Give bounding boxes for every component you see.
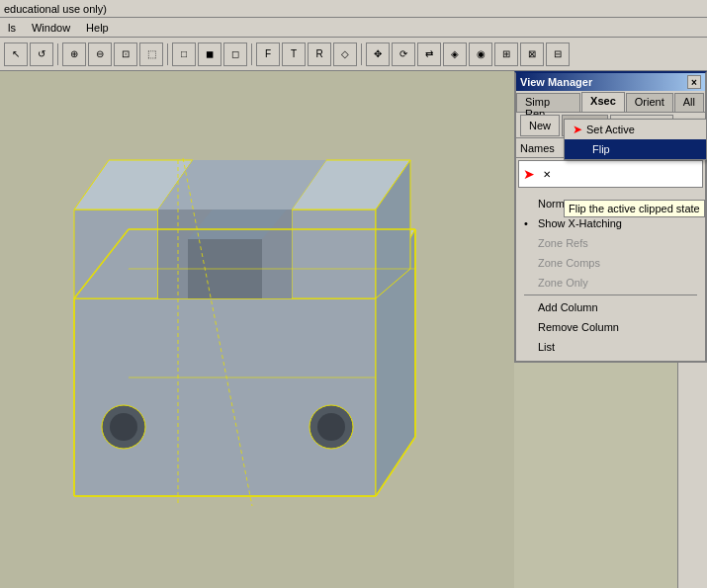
xhatching-bullet: • (524, 217, 534, 229)
tool-pan[interactable]: ✥ (366, 42, 390, 66)
tool-front-view[interactable]: F (256, 42, 280, 66)
list-cross-icon: ✕ (543, 169, 551, 180)
tool-extra3[interactable]: ⊞ (494, 42, 518, 66)
display-zone-only[interactable]: Zone Only (520, 273, 701, 293)
menu-window[interactable]: Window (28, 21, 74, 35)
vm-titlebar: View Manager × (516, 73, 705, 91)
display-zone-refs[interactable]: Zone Refs (520, 233, 701, 253)
tool-spin[interactable]: ⟳ (392, 42, 415, 66)
tool-extra2[interactable]: ◉ (469, 42, 492, 66)
svg-marker-4 (74, 210, 158, 298)
vm-title: View Manager (520, 76, 592, 88)
svg-marker-1 (74, 298, 376, 496)
svg-point-15 (110, 413, 137, 441)
menu-bar: ls Window Help (0, 18, 707, 38)
tool-shaded-edge[interactable]: ◻ (223, 42, 247, 66)
tab-simp-rep[interactable]: Simp Rep (516, 93, 580, 112)
set-active-icon: ➤ (573, 123, 582, 136)
toolbar-separator-1 (57, 43, 58, 65)
svg-marker-7 (292, 210, 376, 298)
tool-select[interactable]: ↖ (4, 42, 28, 66)
tool-shaded[interactable]: ◼ (198, 42, 221, 66)
app-title: educational use only) (4, 3, 107, 15)
toolbar-separator-3 (251, 43, 252, 65)
tool-flip[interactable]: ⇄ (417, 42, 441, 66)
tool-zoom-window[interactable]: ⬚ (139, 42, 163, 66)
display-add-column[interactable]: Add Column (520, 297, 701, 317)
tooltip: Flip the active clipped state (564, 200, 705, 217)
3d-model-view (0, 71, 514, 588)
tool-extra4[interactable]: ⊠ (520, 42, 544, 66)
tool-iso-view[interactable]: ◇ (333, 42, 357, 66)
vm-close-button[interactable]: × (687, 75, 701, 89)
display-remove-column[interactable]: Remove Column (520, 317, 701, 337)
tool-right-view[interactable]: R (308, 42, 331, 66)
tool-zoom-out[interactable]: ⊖ (88, 42, 112, 66)
edit-flip[interactable]: Flip (565, 139, 706, 159)
vm-list-content: ➤ ✕ (518, 160, 703, 188)
tool-top-view[interactable]: T (282, 42, 306, 66)
top-bar: educational use only) (0, 0, 707, 18)
tool-rotate[interactable]: ↺ (30, 42, 53, 66)
list-arrow-icon: ➤ (523, 166, 535, 182)
tab-all[interactable]: All (674, 93, 704, 112)
main-toolbar: ↖ ↺ ⊕ ⊖ ⊡ ⬚ □ ◼ ◻ F T R ◇ ✥ ⟳ ⇄ ◈ ◉ ⊞ ⊠ … (0, 38, 707, 71)
display-list[interactable]: List (520, 337, 701, 357)
display-zone-comps[interactable]: Zone Comps (520, 253, 701, 273)
3d-viewport[interactable] (0, 71, 514, 588)
menu-tools[interactable]: ls (4, 21, 20, 35)
tab-xsec[interactable]: Xsec (581, 92, 625, 112)
tool-extra1[interactable]: ◈ (443, 42, 467, 66)
tool-zoom-in[interactable]: ⊕ (62, 42, 86, 66)
display-menu-separator (524, 294, 697, 295)
tool-extra5[interactable]: ⊟ (546, 42, 570, 66)
edit-set-active[interactable]: ➤ Set Active (565, 120, 706, 139)
svg-point-17 (317, 413, 345, 441)
tool-zoom-fit[interactable]: ⊡ (114, 42, 137, 66)
main-area: ⊓ ⊞ ◧ ◨ ◤ ◣ View Manager × Simp Rep Xsec… (0, 71, 707, 588)
toolbar-separator-2 (167, 43, 168, 65)
vm-tab-bar: Simp Rep Xsec Orient All (516, 91, 705, 113)
tab-orient[interactable]: Orient (626, 93, 673, 112)
toolbar-separator-4 (361, 43, 362, 65)
edit-dropdown-menu: ➤ Set Active Flip (564, 119, 707, 160)
tool-wireframe[interactable]: □ (172, 42, 196, 66)
vm-new-button[interactable]: New (520, 115, 560, 136)
menu-help[interactable]: Help (82, 21, 113, 35)
